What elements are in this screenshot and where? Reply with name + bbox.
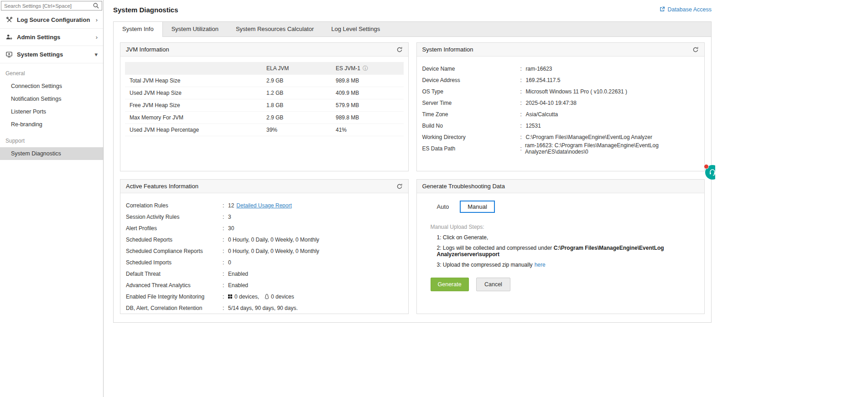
- nav-label: Admin Settings: [17, 34, 60, 41]
- colon: :: [223, 271, 228, 277]
- features-list: Correlation Rules:12Detailed Usage Repor…: [120, 193, 408, 314]
- table-row: Used JVM Heap Size 1.2 GB 409.9 MB: [125, 87, 404, 99]
- detailed-usage-report-link[interactable]: Detailed Usage Report: [236, 202, 291, 209]
- es-jvm-value: 989.8 MB: [336, 114, 404, 121]
- auto-mode-option[interactable]: Auto: [437, 203, 449, 210]
- generate-mode-toggle: Auto Manual: [437, 201, 691, 213]
- upload-here-link[interactable]: here: [535, 262, 546, 268]
- generate-button[interactable]: Generate: [431, 278, 469, 291]
- windows-icon: [228, 294, 232, 299]
- panel-title: JVM Information: [126, 46, 169, 53]
- ela-jvm-value: 1.2 GB: [266, 90, 336, 96]
- sidebar-item-admin-settings[interactable]: Admin Settings ›: [0, 29, 103, 46]
- column-header-ela-jvm: ELA JVM: [266, 65, 336, 72]
- list-item: Device Name:ram-16623: [422, 63, 699, 74]
- search-input[interactable]: [1, 3, 90, 9]
- panels-grid: JVM Information ELA JVM ES JVM-1ⓘ: [114, 37, 711, 322]
- colon: :: [520, 77, 526, 83]
- list-item: Time Zone:Asia/Calcutta: [422, 108, 699, 120]
- list-item: Device Address:169.254.117.5: [422, 74, 699, 86]
- ela-jvm-value: 2.9 GB: [266, 77, 336, 84]
- ela-jvm-value: 1.8 GB: [266, 102, 336, 108]
- step-3: 3: Upload the compressed zip manuallyher…: [437, 262, 691, 268]
- list-item: Working Directory:C:\Program Files\Manag…: [422, 131, 699, 143]
- colon: :: [520, 88, 526, 95]
- tab-system-resources-calculator[interactable]: System Resources Calculator: [227, 22, 322, 36]
- list-item: Alert Profiles:30: [126, 222, 403, 234]
- page-title: System Diagnostics: [113, 6, 178, 14]
- colon: :: [223, 214, 228, 220]
- sidebar-item-re-branding[interactable]: Re-branding: [0, 118, 103, 131]
- colon: :: [520, 66, 526, 72]
- nav-label: System Settings: [17, 51, 63, 58]
- active-features-panel: Active Features Information Correlation …: [120, 179, 409, 314]
- list-item: Scheduled Compliance Reports:0 Hourly, 0…: [126, 245, 403, 257]
- external-link-icon: [660, 6, 665, 13]
- colon: :: [223, 259, 228, 266]
- refresh-icon[interactable]: [396, 183, 403, 190]
- colon: :: [223, 225, 228, 232]
- sidebar-item-log-source-configuration[interactable]: Log Source Configuration ›: [0, 11, 103, 29]
- database-access-label: Database Access: [667, 6, 712, 13]
- colon: :: [223, 237, 228, 243]
- list-item: ES Data Path:ram-16623: C:\Program Files…: [422, 143, 699, 154]
- chevron-right-icon: ›: [96, 16, 98, 23]
- ela-jvm-value: 39%: [266, 127, 336, 133]
- es-jvm-value: 409.9 MB: [336, 90, 404, 96]
- table-row: Used JVM Heap Percentage 39% 41%: [125, 124, 404, 136]
- notification-badge: [704, 164, 709, 169]
- tab-system-utilization[interactable]: System Utilization: [163, 22, 227, 36]
- sidebar-item-system-settings[interactable]: System Settings ▾: [0, 46, 103, 63]
- system-gear-icon: [5, 51, 13, 58]
- database-access-link[interactable]: Database Access: [660, 6, 712, 13]
- row-label: Free JVM Heap Size: [130, 102, 266, 108]
- jvm-table: ELA JVM ES JVM-1ⓘ Total JVM Heap Size 2.…: [125, 62, 404, 136]
- list-item: OS Type:Microsoft Windows 11 Pro ( v10.0…: [422, 86, 699, 97]
- panel-title: Generate Troubleshooting Data: [422, 183, 505, 190]
- es-jvm-value: 579.9 MB: [336, 102, 404, 108]
- troubleshoot-actions: Generate Cancel: [431, 278, 691, 291]
- sidebar-nav: Log Source Configuration › Admin Setting…: [0, 11, 103, 63]
- chevron-down-icon: ▾: [94, 51, 98, 58]
- colon: :: [520, 100, 526, 106]
- cancel-button[interactable]: Cancel: [476, 278, 510, 291]
- list-item: Build No:12531: [422, 120, 699, 131]
- app-window: Log Source Configuration › Admin Setting…: [0, 0, 715, 397]
- list-item: Correlation Rules:12Detailed Usage Repor…: [126, 200, 403, 211]
- sidebar-item-system-diagnostics[interactable]: System Diagnostics: [0, 147, 103, 160]
- es-jvm-value: 989.8 MB: [336, 77, 404, 84]
- colon: :: [223, 305, 228, 311]
- sidebar-item-listener-ports[interactable]: Listener Ports: [0, 105, 103, 118]
- colon: :: [520, 134, 526, 140]
- nav-label: Log Source Configuration: [17, 16, 90, 23]
- settings-sidebar: Log Source Configuration › Admin Setting…: [0, 0, 104, 397]
- step-1: 1: Click on Generate,: [437, 234, 691, 241]
- headset-icon: [709, 169, 715, 176]
- tab-system-info[interactable]: System Info: [114, 22, 163, 37]
- info-icon[interactable]: ⓘ: [363, 65, 368, 72]
- diagnostics-container: System Info System Utilization System Re…: [113, 21, 712, 323]
- table-row: Free JVM Heap Size 1.8 GB 579.9 MB: [125, 99, 404, 112]
- es-jvm-value: 41%: [336, 127, 404, 133]
- step-2: 2: Logs will be collected and compressed…: [437, 245, 691, 258]
- search-icon[interactable]: [90, 3, 102, 9]
- panel-title: System Information: [422, 46, 473, 53]
- sidebar-item-connection-settings[interactable]: Connection Settings: [0, 80, 103, 93]
- jvm-information-panel: JVM Information ELA JVM ES JVM-1ⓘ: [120, 42, 409, 171]
- ela-jvm-value: 2.9 GB: [266, 114, 336, 121]
- sidebar-item-notification-settings[interactable]: Notification Settings: [0, 93, 103, 105]
- page-header: System Diagnostics Database Access: [113, 0, 712, 18]
- row-label: Used JVM Heap Size: [130, 90, 266, 96]
- refresh-icon[interactable]: [396, 46, 403, 53]
- list-item: Server Time:2025-04-10 19:47:38: [422, 97, 699, 108]
- refresh-icon[interactable]: [692, 46, 699, 53]
- manual-mode-option[interactable]: Manual: [460, 201, 495, 213]
- sidebar-section-general: General: [0, 63, 103, 80]
- row-label: Total JVM Heap Size: [130, 77, 266, 84]
- panel-title: Active Features Information: [126, 183, 198, 190]
- settings-search-box[interactable]: [1, 1, 102, 10]
- colon: :: [223, 282, 228, 289]
- tab-log-level-settings[interactable]: Log Level Settings: [322, 22, 389, 36]
- list-item-file-integrity: Enabled File Integrity Monitoring: 0 dev…: [126, 291, 403, 302]
- jvm-table-header: ELA JVM ES JVM-1ⓘ: [125, 62, 404, 75]
